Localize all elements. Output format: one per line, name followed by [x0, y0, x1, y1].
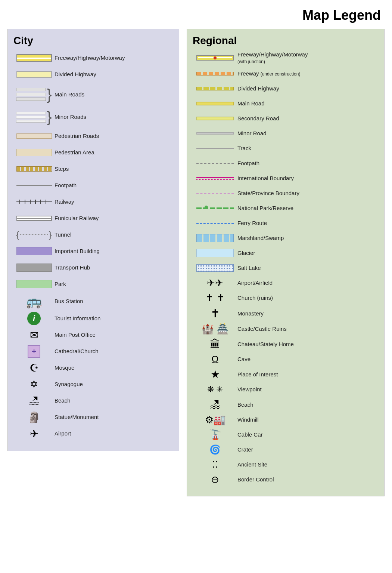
reg-ferry-label: Ferry Route	[237, 220, 267, 227]
list-item: Pedestrian Roads	[13, 129, 173, 143]
reg-church-label: Church (ruins)	[237, 295, 273, 301]
pedestrian-area-label: Pedestrian Area	[55, 149, 94, 156]
reg-border-control-icon: ⊖	[193, 474, 237, 486]
list-item: Freeway/Highway/Motorway (with junction)	[193, 51, 379, 65]
beach-city-label: Beach	[55, 397, 71, 404]
reg-divided-icon	[193, 87, 237, 90]
synagogue-label: Synagogue	[55, 381, 83, 388]
list-item: Funicular Railway	[13, 212, 173, 225]
reg-ancient-site-icon: ⁚⁚	[193, 459, 237, 470]
railway-icon	[13, 200, 55, 204]
list-item: Glacier	[193, 247, 379, 259]
footpath-label: Footpath	[55, 182, 77, 189]
reg-minor-icon	[193, 132, 237, 135]
list-item: Freeway/Highway/Motorway	[13, 51, 173, 65]
reg-marshland-icon	[193, 234, 237, 242]
list-item: 🚌 Bus Station	[13, 294, 173, 309]
list-item: Freeway (under construction)	[193, 68, 379, 80]
list-item: 🌀 Crater	[193, 444, 379, 456]
mosque-icon: ☪	[13, 362, 55, 374]
reg-ferry-icon	[193, 223, 237, 224]
beach-city-icon: 🏖	[13, 395, 55, 407]
list-item: ✝ ✝ Church (ruins)	[193, 292, 379, 304]
airport-city-label: Airport	[55, 430, 71, 437]
reg-minor-label: Minor Road	[237, 130, 267, 137]
list-item: Steps	[13, 162, 173, 176]
reg-beach-icon: 🏖	[193, 398, 237, 411]
reg-natpark-label: National Park/Reserve	[237, 205, 293, 212]
footpath-icon	[13, 185, 55, 186]
pedestrian-roads-label: Pedestrian Roads	[55, 133, 99, 139]
airport-city-icon: ✈	[13, 428, 55, 440]
list-item: Ferry Route	[193, 217, 379, 229]
list-item: 🏖 Beach	[193, 398, 379, 411]
bus-station-icon: 🚌	[13, 294, 55, 309]
list-item: } Main Roads	[13, 84, 173, 105]
reg-state-boundary-label: State/Province Boundary	[237, 190, 299, 197]
mosque-label: Mosque	[55, 364, 74, 371]
important-building-label: Important Building	[55, 248, 100, 255]
reg-saltlake-label: Salt Lake	[237, 265, 261, 271]
reg-windmill-label: Windmill	[237, 416, 259, 423]
reg-mainroad-icon	[193, 102, 237, 105]
minor-roads-label: Minor Roads	[55, 114, 86, 120]
list-item: Park	[13, 277, 173, 291]
list-item: ✈ Airport	[13, 427, 173, 440]
reg-track-icon	[193, 148, 237, 149]
tunnel-icon: { }	[13, 230, 55, 239]
list-item: Footpath	[13, 179, 173, 192]
list-item: + Cathedral/Church	[13, 345, 173, 358]
regional-column: Regional Freeway/Highway/Motorway (with …	[187, 29, 385, 496]
reg-freeway-construction-icon	[193, 72, 237, 76]
reg-viewpoint-icon: ❋ ✳	[193, 385, 237, 394]
reg-marshland-label: Marshland/Swamp	[237, 235, 284, 241]
list-item: Track	[193, 142, 379, 154]
page-container: Map Legend City Freeway/Highway/Motorway	[0, 0, 392, 504]
transport-hub-label: Transport Hub	[55, 264, 90, 271]
list-item: Ω Cave	[193, 353, 379, 365]
list-item: ✈✈ Airport/Airfield	[193, 277, 379, 289]
list-item: ✡ Synagogue	[13, 378, 173, 391]
freeway-label: Freeway/Highway/Motorway	[55, 55, 125, 61]
reg-airport-label: Airport/Airfield	[237, 280, 273, 286]
list-item: ✝ Monastery	[193, 307, 379, 320]
post-office-icon: ✉	[13, 329, 55, 341]
pedestrian-roads-icon	[13, 133, 55, 139]
regional-section-title: Regional	[193, 35, 379, 47]
list-item: 🏖 Beach	[13, 394, 173, 407]
reg-cablecar-icon: 🚡	[193, 429, 237, 441]
statue-label: Statue/Monument	[55, 414, 99, 420]
main-roads-label: Main Roads	[55, 91, 84, 98]
list-item: Footpath	[193, 157, 379, 169]
list-item: Main Road	[193, 98, 379, 110]
reg-glacier-label: Glacier	[237, 250, 255, 256]
reg-intl-boundary-icon	[193, 176, 237, 180]
reg-freeway-construction-label: Freeway (under construction)	[237, 70, 300, 77]
synagogue-icon: ✡	[13, 379, 55, 390]
steps-label: Steps	[55, 166, 69, 172]
list-item: ★ Place of Interest	[193, 368, 379, 381]
reg-cave-icon: Ω	[193, 354, 237, 365]
reg-crater-label: Crater	[237, 446, 253, 453]
tourist-info-label: Tourist Information	[55, 315, 100, 322]
reg-intl-boundary-label: International Boundary	[237, 175, 294, 182]
funicular-label: Funicular Railway	[55, 215, 99, 222]
reg-track-label: Track	[237, 145, 251, 152]
reg-chateau-icon: 🏛	[193, 338, 237, 350]
reg-church-icon: ✝ ✝	[193, 292, 237, 304]
city-column: City Freeway/Highway/Motorway Divided Hi…	[7, 29, 179, 451]
list-item: Minor Road	[193, 127, 379, 139]
list-item: National Park/Reserve	[193, 202, 379, 214]
list-item: 🏛 Chateau/Stately Home	[193, 338, 379, 350]
list-item: 🚡 Cable Car	[193, 429, 379, 441]
reg-beach-label: Beach	[237, 401, 253, 408]
page-title: Map Legend	[7, 7, 381, 23]
reg-secondary-icon	[193, 117, 237, 120]
reg-castle-icon: 🏰 🏯	[193, 323, 237, 335]
reg-mainroad-label: Main Road	[237, 100, 265, 107]
reg-freeway-icon	[193, 55, 237, 61]
reg-glacier-icon	[193, 249, 237, 257]
list-item: Salt Lake	[193, 262, 379, 274]
park-icon	[13, 280, 55, 288]
list-item: International Boundary	[193, 172, 379, 184]
